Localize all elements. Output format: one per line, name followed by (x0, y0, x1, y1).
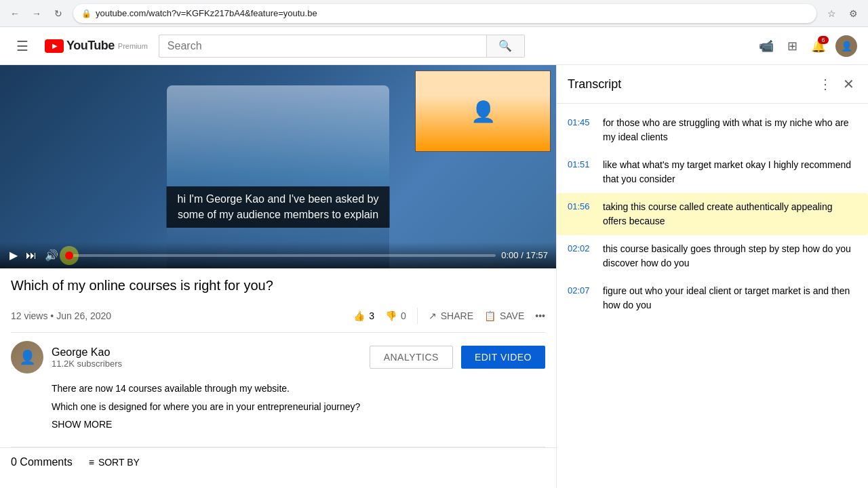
youtube-logo[interactable]: YouTube Premium (45, 39, 148, 53)
video-controls: ▶ ⏭ 🔊 0:00 / 17:57 (0, 242, 556, 268)
dislike-button[interactable]: 👎 0 (385, 305, 406, 327)
notification-badge: 6 (818, 36, 829, 44)
transcript-text: like what what's my target market okay I… (603, 158, 857, 186)
main-content: hi I'm George Kao and I've been asked by… (0, 65, 868, 488)
play-button[interactable]: ▶ (8, 247, 19, 263)
video-info: Which of my online courses is right for … (0, 268, 556, 447)
progress-thumb (65, 251, 73, 260)
transcript-time: 02:07 (568, 284, 592, 296)
channel-name[interactable]: George Kao (52, 346, 361, 359)
progress-bar[interactable] (65, 254, 496, 257)
browser-chrome: ← → ↻ 🔒 youtube.com/watch?v=KGFKz217bA4&… (0, 0, 868, 27)
refresh-button[interactable]: ↻ (49, 4, 68, 23)
edit-video-button[interactable]: EDIT VIDEO (461, 346, 545, 369)
action-divider (417, 308, 418, 324)
channel-row: 👤 George Kao 11.2K subscribers ANALYTICS… (11, 341, 545, 373)
dislike-count: 0 (401, 310, 406, 321)
like-button[interactable]: 👍 3 (353, 305, 374, 327)
youtube-logo-icon (45, 39, 64, 53)
volume-button[interactable]: 🔊 (43, 247, 60, 263)
upload-date-separator: • (50, 310, 56, 321)
search-input[interactable] (159, 35, 487, 58)
address-bar[interactable]: 🔒 youtube.com/watch?v=KGFKz217bA4&featur… (73, 4, 816, 23)
transcript-panel: Transcript ⋮ ✕ 01:45for those who are st… (556, 65, 868, 488)
time-display: 0:00 / 17:57 (501, 250, 548, 260)
more-actions-button[interactable]: ••• (535, 305, 545, 327)
transcript-more-button[interactable]: ⋮ (816, 73, 835, 95)
video-subject (167, 85, 389, 268)
notifications-button[interactable]: 🔔 6 (807, 35, 830, 58)
caption-line2: some of my audience members to explain (178, 207, 379, 222)
transcript-item[interactable]: 01:45for those who are struggling with w… (557, 109, 868, 151)
youtube-header: ☰ YouTube Premium 🔍 📹 ⊞ 🔔 6 👤 (0, 27, 868, 65)
transcript-time: 01:51 (568, 158, 592, 169)
search-button[interactable]: 🔍 (487, 35, 525, 58)
video-caption: hi I'm George Kao and I've been asked by… (167, 186, 390, 228)
transcript-text: figure out who your ideal client or targ… (603, 284, 857, 312)
youtube-logo-text: YouTube (66, 39, 115, 53)
video-actions: 👍 3 👎 0 ↗ SHARE 📋 SAVE (353, 305, 545, 327)
menu-button[interactable]: ☰ (11, 33, 34, 60)
comments-section: 0 Comments ≡ SORT BY (0, 447, 556, 485)
sort-icon: ≡ (89, 457, 94, 468)
video-title: Which of my online courses is right for … (11, 277, 545, 294)
description-line2: Which one is designed for where you are … (52, 400, 545, 414)
camera-upload-button[interactable]: 📹 (755, 35, 778, 58)
comments-count: 0 Comments (11, 456, 73, 468)
video-stats: 12 views • Jun 26, 2020 (11, 310, 111, 321)
forward-button[interactable]: → (27, 4, 46, 23)
next-button[interactable]: ⏭ (24, 248, 38, 263)
channel-info: George Kao 11.2K subscribers (52, 346, 361, 369)
video-section: hi I'm George Kao and I've been asked by… (0, 65, 556, 488)
share-button[interactable]: ↗ SHARE (429, 305, 473, 327)
search-container: 🔍 (159, 35, 525, 58)
url-text: youtube.com/watch?v=KGFKz217bA4&feature=… (96, 8, 317, 18)
view-count: 12 views (11, 310, 47, 321)
channel-avatar[interactable]: 👤 (11, 341, 43, 373)
caption-line1: hi I'm George Kao and I've been asked by (178, 192, 379, 207)
more-icon: ••• (535, 310, 545, 321)
transcript-text: taking this course called create authent… (603, 200, 857, 228)
header-actions: 📹 ⊞ 🔔 6 👤 (755, 35, 857, 58)
extensions-button[interactable]: ⚙ (844, 4, 863, 23)
description: There are now 14 courses available throu… (11, 382, 545, 430)
upload-date: Jun 26, 2020 (56, 310, 111, 321)
save-button[interactable]: 📋 SAVE (484, 305, 524, 327)
transcript-text: for those who are struggling with what i… (603, 116, 857, 144)
like-count: 3 (369, 310, 374, 321)
pip-person: 👤 (416, 71, 550, 151)
transcript-time: 01:45 (568, 116, 592, 127)
nav-buttons: ← → ↻ (5, 4, 68, 23)
video-meta-row: 12 views • Jun 26, 2020 👍 3 👎 0 (11, 300, 545, 333)
comments-header: 0 Comments ≡ SORT BY (11, 456, 545, 468)
transcript-title: Transcript (568, 77, 621, 92)
like-icon: 👍 (353, 310, 365, 321)
browser-actions: ☆ ⚙ (822, 4, 863, 23)
back-button[interactable]: ← (5, 4, 24, 23)
transcript-item[interactable]: 01:56taking this course called create au… (557, 193, 868, 235)
transcript-item[interactable]: 02:07figure out who your ideal client or… (557, 277, 868, 319)
transcript-header-actions: ⋮ ✕ (816, 73, 857, 95)
pip-overlay: 👤 (415, 70, 551, 152)
description-line1: There are now 14 courses available throu… (52, 382, 545, 396)
channel-action-buttons: ANALYTICS EDIT VIDEO (370, 346, 545, 369)
transcript-list: 01:45for those who are struggling with w… (557, 104, 868, 488)
save-icon: 📋 (484, 310, 496, 321)
sort-button[interactable]: ≡ SORT BY (89, 457, 140, 468)
transcript-text: this course basically goes through step … (603, 242, 857, 270)
analytics-button[interactable]: ANALYTICS (370, 346, 453, 369)
video-player[interactable]: hi I'm George Kao and I've been asked by… (0, 65, 556, 268)
transcript-close-button[interactable]: ✕ (840, 73, 857, 95)
show-more-button[interactable]: SHOW MORE (52, 419, 112, 430)
share-icon: ↗ (429, 310, 437, 321)
transcript-item[interactable]: 01:51like what what's my target market o… (557, 151, 868, 193)
transcript-time: 01:56 (568, 200, 592, 211)
bookmark-button[interactable]: ☆ (822, 4, 841, 23)
dislike-icon: 👎 (385, 310, 397, 321)
apps-button[interactable]: ⊞ (783, 35, 802, 58)
youtube-premium-label: Premium (118, 42, 148, 50)
transcript-header: Transcript ⋮ ✕ (557, 65, 868, 104)
user-avatar[interactable]: 👤 (835, 35, 857, 57)
lock-icon: 🔒 (81, 9, 92, 18)
transcript-item[interactable]: 02:02this course basically goes through … (557, 235, 868, 277)
